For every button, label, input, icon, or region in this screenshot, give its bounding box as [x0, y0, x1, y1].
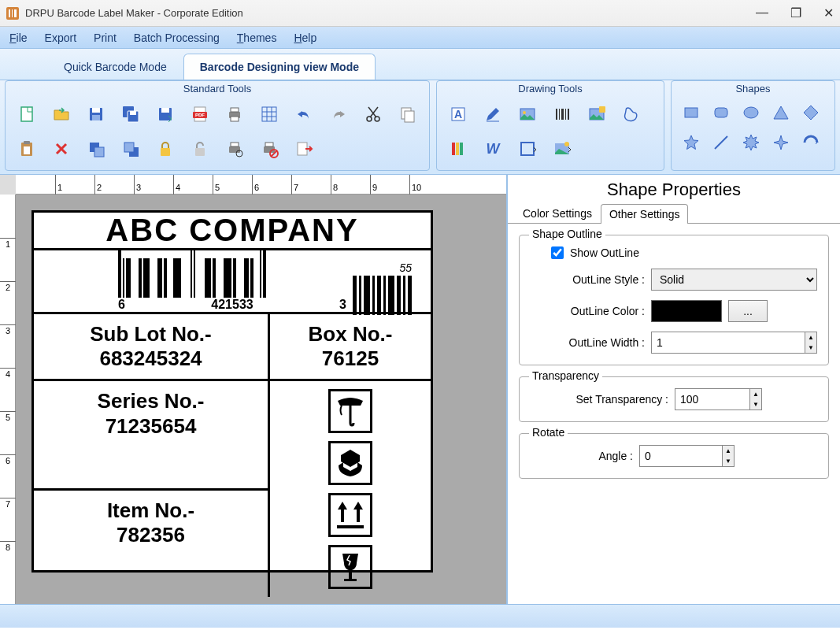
properties-tabs: Color Settings Other Settings	[508, 203, 840, 224]
show-outline-checkbox[interactable]	[551, 246, 564, 259]
undo-button[interactable]	[289, 99, 319, 129]
shape-triangle[interactable]	[768, 99, 794, 126]
outline-color-label: OutLine Color :	[531, 305, 645, 317]
menu-help[interactable]: Help	[294, 32, 316, 44]
svg-rect-59	[452, 143, 455, 155]
label-design[interactable]: ABC COMPANY	[31, 210, 433, 573]
shape-burst[interactable]	[738, 129, 764, 156]
properties-panel: Shape Properties Color Settings Other Se…	[508, 175, 840, 604]
box-cell[interactable]: Box No.-76125	[270, 314, 431, 379]
svg-rect-43	[265, 143, 273, 146]
print-disable-button[interactable]	[254, 134, 284, 164]
panel-shapes: Shapes	[671, 80, 835, 171]
svg-rect-71	[337, 525, 364, 528]
shape-ellipse[interactable]	[738, 99, 764, 126]
print-preview-button[interactable]	[220, 134, 250, 164]
series-item-cell[interactable]: Series No.-71235654 Item No.-782356	[34, 381, 270, 597]
shape-rounded-rect[interactable]	[708, 99, 735, 126]
menu-themes[interactable]: Themes	[237, 32, 277, 44]
grid-button[interactable]	[254, 99, 284, 129]
svg-rect-6	[92, 108, 100, 113]
outline-color-browse[interactable]: ...	[728, 300, 768, 322]
outline-width-up[interactable]: ▲	[805, 332, 816, 343]
shape-rectangle[interactable]	[678, 99, 705, 126]
cut-button[interactable]	[358, 99, 388, 129]
custom-shape-tool[interactable]	[616, 99, 646, 129]
menu-print[interactable]: Print	[94, 32, 117, 44]
tab-other-settings[interactable]: Other Settings	[601, 204, 689, 224]
export-button[interactable]	[289, 134, 319, 164]
send-back-button[interactable]	[116, 134, 146, 164]
angle-down[interactable]: ▼	[723, 456, 734, 466]
save-as-button[interactable]	[150, 99, 180, 129]
shape-arc[interactable]	[797, 129, 824, 156]
svg-rect-52	[556, 109, 557, 120]
save-button[interactable]	[81, 99, 111, 129]
transparency-down[interactable]: ▼	[750, 399, 761, 410]
outline-style-select[interactable]: Solid	[651, 269, 817, 291]
bring-front-button[interactable]	[81, 134, 111, 164]
image-insert-tool[interactable]	[582, 99, 612, 129]
angle-up[interactable]: ▲	[723, 446, 734, 456]
library-tool[interactable]	[443, 134, 473, 164]
outline-color-swatch[interactable]	[651, 300, 722, 322]
svg-rect-37	[161, 148, 170, 156]
canvas-area: 12 34 56 78 910 12 34 56 78 ABC COMPANY	[0, 175, 508, 604]
svg-rect-63	[521, 143, 534, 155]
svg-line-27	[368, 107, 376, 117]
transparency-up[interactable]: ▲	[750, 389, 761, 399]
shape-4point-star[interactable]	[768, 129, 794, 156]
shape-line[interactable]	[708, 129, 735, 156]
barcode-tool[interactable]	[547, 99, 577, 129]
pencil-tool[interactable]	[478, 99, 508, 129]
barcode-secondary[interactable]: 55	[353, 261, 412, 315]
delete-button[interactable]	[46, 134, 76, 164]
new-button[interactable]	[12, 99, 42, 129]
print-button[interactable]	[220, 99, 250, 129]
open-button[interactable]	[46, 99, 76, 129]
picture-fx-tool[interactable]	[547, 134, 577, 164]
svg-text:PDF: PDF	[195, 113, 205, 117]
ruler-horizontal: 12 34 56 78 910	[16, 175, 506, 195]
minimize-button[interactable]: —	[756, 6, 768, 20]
svg-point-51	[523, 111, 526, 114]
sublot-cell[interactable]: Sub Lot No.-683245324	[34, 314, 270, 379]
menu-batch[interactable]: Batch Processing	[134, 32, 220, 44]
lock-button[interactable]	[150, 134, 180, 164]
design-canvas[interactable]: ABC COMPANY	[16, 195, 506, 604]
wordart-tool[interactable]: W	[478, 134, 508, 164]
pdf-button[interactable]: PDF	[185, 99, 215, 129]
package-icons[interactable]	[270, 381, 431, 597]
tab-quick-mode[interactable]: Quick Barcode Mode	[47, 54, 183, 80]
shape-star[interactable]	[678, 129, 705, 156]
tab-design-mode[interactable]: Barcode Designing view Mode	[183, 54, 376, 80]
redo-button[interactable]	[324, 99, 353, 129]
frame-tool[interactable]	[513, 134, 542, 164]
paste-button[interactable]	[12, 134, 42, 164]
save-all-button[interactable]	[116, 99, 146, 129]
window-title: DRPU Barcode Label Maker - Corporate Edi…	[25, 7, 756, 19]
shape-diamond[interactable]	[797, 99, 824, 126]
svg-rect-3	[14, 9, 17, 17]
angle-input[interactable]	[639, 445, 722, 467]
tab-color-settings[interactable]: Color Settings	[514, 203, 601, 223]
outline-width-input[interactable]	[651, 332, 805, 354]
svg-point-24	[367, 117, 372, 121]
svg-text:W: W	[487, 141, 501, 157]
close-button[interactable]: ✕	[823, 6, 834, 20]
svg-rect-58	[599, 106, 605, 113]
transparency-input[interactable]	[675, 388, 749, 410]
picture-tool[interactable]	[513, 99, 542, 129]
barcode-main[interactable]	[118, 250, 346, 298]
svg-rect-17	[231, 108, 239, 112]
outline-width-down[interactable]: ▼	[805, 343, 816, 353]
svg-rect-19	[262, 107, 276, 121]
copy-button[interactable]	[393, 99, 423, 129]
unlock-button[interactable]	[185, 134, 215, 164]
barcode-row[interactable]: 6 421533 3 55	[34, 250, 431, 314]
menu-file[interactable]: File	[9, 32, 28, 44]
maximize-button[interactable]: ❐	[790, 6, 801, 20]
text-tool[interactable]: A	[443, 99, 473, 129]
company-name[interactable]: ABC COMPANY	[34, 213, 431, 250]
menu-export[interactable]: Export	[45, 32, 76, 44]
